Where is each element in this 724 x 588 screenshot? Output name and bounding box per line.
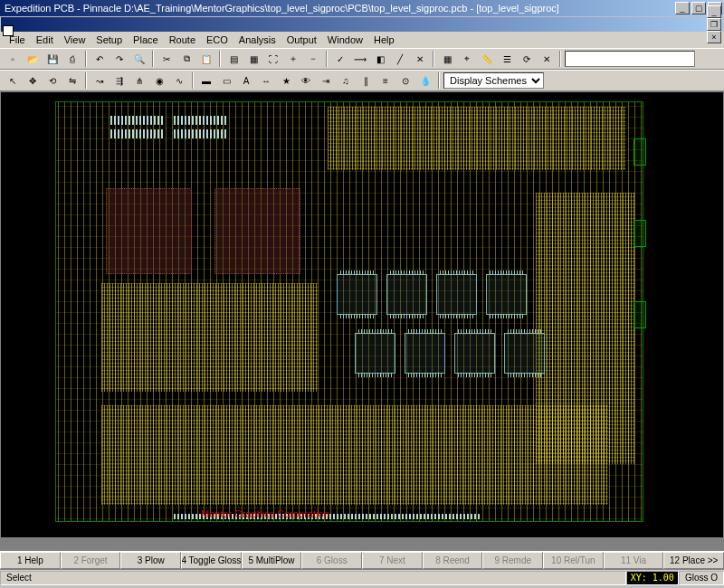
document-titlebar: _ ❐ ×: [1, 17, 723, 32]
refresh-icon[interactable]: ⟳: [518, 50, 536, 68]
layer-combo[interactable]: [565, 51, 695, 67]
gloss-icon[interactable]: ∿: [170, 71, 188, 90]
fkey-6[interactable]: 6 Gloss: [301, 552, 362, 569]
display-icon[interactable]: ▦: [244, 50, 262, 68]
select-icon[interactable]: ↖: [4, 71, 22, 90]
area-icon[interactable]: ▭: [217, 71, 235, 90]
bus-icon[interactable]: ≡: [376, 71, 395, 90]
delete-icon[interactable]: ✕: [538, 50, 556, 68]
zoom-out-icon[interactable]: －: [304, 50, 322, 68]
fkey-3[interactable]: 3 Plow: [120, 552, 181, 569]
properties-icon[interactable]: ☰: [498, 50, 516, 68]
display-scheme-combo[interactable]: Display Schemes: [443, 72, 544, 89]
fkey-2[interactable]: 2 Forget: [61, 552, 121, 569]
highlight-icon[interactable]: ★: [277, 71, 295, 90]
separator: [219, 51, 221, 67]
text-icon[interactable]: A: [237, 71, 255, 90]
plane-icon[interactable]: ▬: [197, 71, 215, 90]
qfp-component: [454, 333, 495, 374]
push-icon[interactable]: ⇥: [317, 71, 335, 90]
menu-window[interactable]: Window: [322, 33, 368, 46]
via-icon[interactable]: ◉: [150, 71, 168, 90]
redo-icon[interactable]: ↷: [110, 50, 129, 68]
undo-icon[interactable]: ↶: [90, 50, 109, 68]
separator: [559, 51, 561, 67]
fkey-12[interactable]: 12 Place >>: [663, 552, 724, 569]
fkey-10[interactable]: 10 Rel/Tun: [543, 552, 604, 569]
qfp-component: [486, 274, 527, 315]
menu-route[interactable]: Route: [164, 33, 201, 46]
fkey-9[interactable]: 9 Remde: [482, 552, 543, 569]
toolbar-standard: ▫ 📂 💾 ⎙ ↶ ↷ 🔍 ✂ ⧉ 📋 ▤ ▦ ⛶ ＋ － ✓ ⟿ ◧ ╱ ✕ …: [0, 48, 724, 70]
rotate-icon[interactable]: ⟲: [43, 71, 62, 90]
plow-icon[interactable]: ↝: [90, 71, 109, 90]
doc-minimize-button[interactable]: _: [707, 5, 721, 18]
main-titlebar: Expedition PCB - Pinnacle D:\AE_Training…: [0, 0, 724, 16]
separator: [326, 51, 328, 67]
doc-close-button[interactable]: ×: [707, 31, 721, 43]
route-region: [101, 405, 608, 505]
fanout-icon[interactable]: ⋔: [130, 71, 148, 90]
fkey-11[interactable]: 11 Via: [604, 552, 664, 569]
move-icon[interactable]: ✥: [24, 71, 42, 90]
fkey-1[interactable]: 1 Help: [0, 552, 61, 569]
zoom-in-icon[interactable]: ＋: [284, 50, 302, 68]
mirror-icon[interactable]: ⇋: [63, 71, 81, 90]
fkey-7[interactable]: 7 Next: [362, 552, 423, 569]
separator: [85, 72, 87, 89]
menubar: File Edit View Setup Place Route ECO Ana…: [0, 32, 724, 48]
separator: [438, 72, 440, 89]
menu-edit[interactable]: Edit: [31, 33, 59, 46]
find-icon[interactable]: 🔍: [130, 50, 148, 68]
menu-view[interactable]: View: [59, 33, 91, 46]
route-icon[interactable]: ⟿: [351, 50, 369, 68]
menu-output[interactable]: Output: [281, 33, 322, 46]
teardrop-icon[interactable]: 💧: [416, 71, 434, 90]
route-region: [101, 283, 319, 392]
edge-connector: [634, 301, 646, 328]
board-outline: Mentor Graphics Corporation: [55, 101, 643, 522]
print-icon[interactable]: ⎙: [63, 50, 81, 68]
menu-place[interactable]: Place: [128, 33, 164, 46]
minimize-button[interactable]: _: [675, 2, 690, 14]
place-icon[interactable]: ◧: [371, 50, 389, 68]
doc-restore-button[interactable]: ❐: [707, 18, 721, 31]
smd-pads: [110, 129, 165, 138]
status-xy: XY: 1.00: [626, 571, 679, 585]
save-icon[interactable]: 💾: [43, 50, 62, 68]
menu-analysis[interactable]: Analysis: [233, 33, 281, 46]
fkey-8[interactable]: 8 Reend: [423, 552, 483, 569]
grid-icon[interactable]: ▦: [438, 50, 456, 68]
new-icon[interactable]: ▫: [4, 50, 22, 68]
cross-icon[interactable]: ✕: [411, 50, 429, 68]
testpoint-icon[interactable]: ⊙: [396, 71, 414, 90]
edge-connector: [634, 220, 646, 247]
fkey-4[interactable]: 4 Toggle Gloss: [181, 552, 242, 569]
pcb-canvas[interactable]: Mentor Graphics Corporation: [1, 92, 723, 537]
menu-setup[interactable]: Setup: [90, 33, 128, 46]
diffpair-icon[interactable]: ∥: [357, 71, 375, 90]
zoom-fit-icon[interactable]: ⛶: [264, 50, 282, 68]
layers-icon[interactable]: ▤: [224, 50, 243, 68]
review-icon[interactable]: 👁: [297, 71, 315, 90]
open-icon[interactable]: 📂: [24, 50, 42, 68]
cut-icon[interactable]: ✂: [157, 50, 176, 68]
tune-icon[interactable]: ♫: [337, 71, 355, 90]
bga-component: [214, 188, 300, 274]
menu-eco[interactable]: ECO: [201, 33, 233, 46]
menu-help[interactable]: Help: [368, 33, 400, 46]
copy-icon[interactable]: ⧉: [177, 50, 195, 68]
paste-icon[interactable]: 📋: [197, 50, 215, 68]
qfp-component: [436, 274, 477, 315]
maximize-button[interactable]: ▢: [691, 2, 706, 14]
edge-connector: [634, 138, 646, 166]
document-icon: [3, 25, 14, 36]
multiplow-icon[interactable]: ⇶: [110, 71, 129, 90]
fkey-5[interactable]: 5 MultiPlow: [242, 552, 302, 569]
snap-icon[interactable]: ⌖: [458, 50, 476, 68]
dimension-icon[interactable]: ↔: [257, 71, 275, 90]
net-icon[interactable]: ╱: [391, 50, 409, 68]
measure-icon[interactable]: 📏: [478, 50, 496, 68]
drc-icon[interactable]: ✓: [331, 50, 349, 68]
function-key-bar: 1 Help 2 Forget 3 Plow 4 Toggle Gloss 5 …: [0, 551, 724, 569]
